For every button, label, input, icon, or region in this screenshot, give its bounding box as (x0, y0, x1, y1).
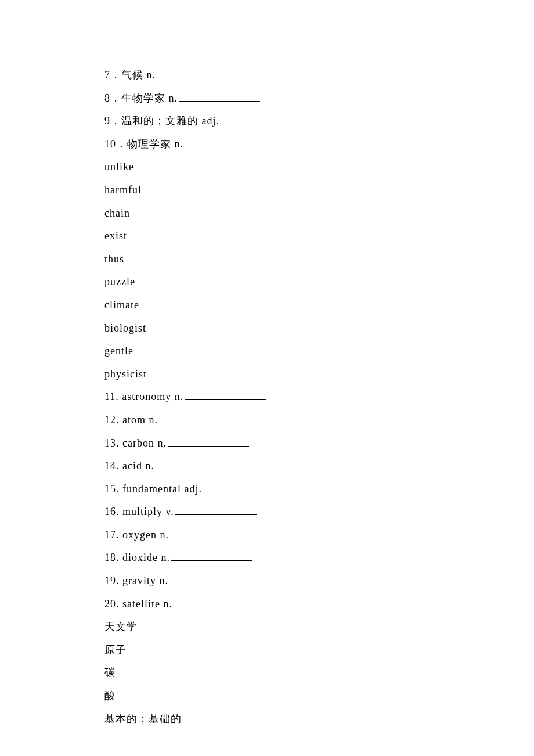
answer-blank (175, 504, 257, 515)
line-number: 14. (104, 460, 122, 471)
plain-text: 酸 (104, 690, 116, 701)
exercise-line: 8．生物学家 n. (104, 87, 430, 110)
answer-blank (171, 550, 252, 561)
exercise-line: 17. oxygen n. (104, 524, 430, 547)
plain-text: 原子 (104, 644, 127, 656)
prompt-text: 物理学家 n. (127, 138, 183, 150)
line-number: 15. (104, 483, 122, 495)
plain-text: biologist (104, 322, 146, 334)
line-number: 11. (104, 391, 122, 402)
line-number: 8． (104, 92, 121, 104)
answer-line: 基本的；基础的 (104, 708, 430, 731)
plain-text: exist (104, 230, 127, 242)
exercise-line: 13. carbon n. (104, 432, 430, 455)
answer-line: harmful (104, 179, 430, 202)
line-number: 12. (104, 414, 122, 426)
prompt-text: fundamental adj. (122, 483, 202, 495)
exercise-line: 9．温和的；文雅的 adj. (104, 110, 430, 133)
answer-line: chain (104, 202, 430, 225)
exercise-line: 15. fundamental adj. (104, 478, 430, 501)
answer-blank (185, 136, 266, 147)
exercise-line: 16. multiply v. (104, 501, 430, 524)
line-number: 7． (104, 69, 121, 81)
line-number: 13. (104, 437, 122, 449)
answer-blank (159, 412, 240, 423)
plain-text: puzzle (104, 276, 135, 287)
plain-text: gentle (104, 345, 134, 357)
exercise-line: 11. astronomy n. (104, 386, 430, 409)
answer-blank (221, 113, 302, 124)
plain-text: unlike (104, 161, 134, 172)
plain-text: thus (104, 253, 124, 265)
exercise-line: 20. satellite n. (104, 593, 430, 616)
answer-line: gentle (104, 340, 430, 363)
prompt-text: astronomy n. (122, 391, 183, 402)
answer-line: puzzle (104, 271, 430, 294)
prompt-text: 生物学家 n. (121, 92, 178, 104)
prompt-text: oxygen n. (122, 529, 169, 541)
exercise-line: 19. gravity n. (104, 570, 430, 593)
prompt-text: carbon n. (122, 437, 167, 449)
line-number: 19. (104, 575, 122, 586)
plain-text: chain (104, 207, 130, 219)
document-page: 7．气候 n.8．生物学家 n.9．温和的；文雅的 adj.10．物理学家 n.… (0, 0, 534, 756)
answer-line: 天文学 (104, 615, 430, 639)
answer-blank (169, 573, 251, 584)
answer-line: unlike (104, 156, 430, 179)
answer-line: climate (104, 294, 430, 317)
prompt-text: acid n. (122, 460, 154, 471)
prompt-text: 温和的；文雅的 adj. (121, 115, 219, 127)
answer-blank (203, 481, 284, 492)
answer-blank (156, 458, 237, 469)
answer-blank (185, 389, 266, 400)
answer-line: physicist (104, 363, 430, 386)
plain-text: harmful (104, 184, 142, 196)
answer-blank (179, 91, 260, 102)
answer-blank (174, 596, 255, 607)
line-number: 16. (104, 506, 122, 517)
answer-line: 酸 (104, 685, 430, 708)
answer-line: biologist (104, 317, 430, 340)
line-number: 20. (104, 598, 122, 610)
plain-text: 碳 (104, 667, 116, 678)
prompt-text: atom n. (122, 414, 158, 426)
exercise-line: 7．气候 n. (104, 64, 430, 87)
plain-text: 天文学 (104, 621, 138, 632)
exercise-line: 12. atom n. (104, 409, 430, 432)
exercise-line: 14. acid n. (104, 455, 430, 478)
answer-blank (170, 527, 251, 538)
answer-blank (157, 67, 238, 78)
prompt-text: 气候 n. (121, 69, 156, 81)
answer-line: exist (104, 225, 430, 248)
plain-text: 基本的；基础的 (104, 713, 182, 725)
line-number: 10． (104, 138, 127, 150)
prompt-text: gravity n. (122, 575, 168, 586)
answer-line: 碳 (104, 661, 430, 685)
plain-text: physicist (104, 368, 147, 380)
exercise-line: 10．物理学家 n. (104, 133, 430, 156)
line-number: 18. (104, 552, 122, 563)
line-number: 9． (104, 115, 121, 127)
prompt-text: multiply v. (122, 506, 174, 517)
plain-text: climate (104, 299, 139, 311)
line-number: 17. (104, 529, 122, 541)
prompt-text: satellite n. (122, 598, 172, 610)
exercise-line: 18. dioxide n. (104, 546, 430, 570)
answer-line: 原子 (104, 639, 430, 662)
answer-line: thus (104, 248, 430, 271)
prompt-text: dioxide n. (122, 552, 170, 563)
answer-blank (168, 435, 249, 447)
